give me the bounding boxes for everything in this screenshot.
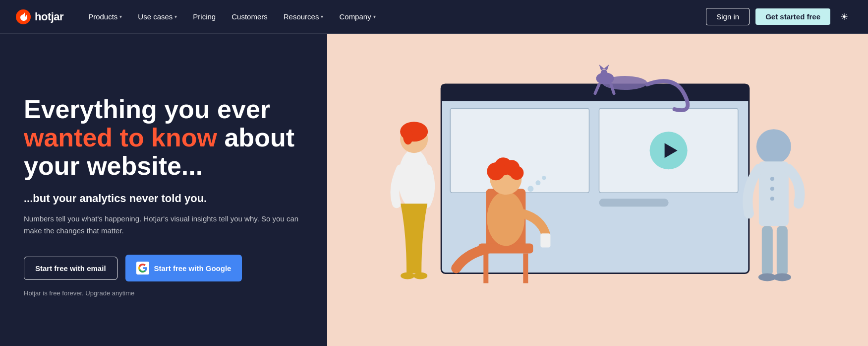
nav-item-customers[interactable]: Customers [225, 8, 275, 25]
google-g-icon [138, 264, 147, 273]
get-started-button[interactable]: Get started free [755, 8, 830, 25]
nav-item-pricing[interactable]: Pricing [186, 8, 223, 25]
hero-left: Everything you ever wanted to know about… [0, 34, 327, 346]
chevron-down-icon: ▾ [174, 14, 177, 19]
hero-heading: Everything you ever wanted to know about… [24, 95, 307, 181]
svg-point-37 [770, 197, 774, 201]
chevron-down-icon: ▾ [119, 14, 122, 19]
svg-point-43 [535, 180, 540, 185]
hero-accent-text: wanted to know [24, 123, 217, 152]
theme-toggle-button[interactable]: ☀ [836, 9, 852, 25]
svg-rect-34 [759, 161, 789, 226]
nav-item-resources[interactable]: Resources ▾ [277, 8, 331, 25]
svg-point-26 [487, 191, 524, 246]
svg-point-42 [527, 186, 533, 192]
hero-illustration [327, 34, 868, 346]
svg-point-35 [770, 177, 774, 181]
svg-point-19 [403, 129, 413, 144]
svg-rect-39 [777, 226, 788, 276]
hero-subheading: ...but your analytics never told you. [24, 192, 307, 205]
svg-point-31 [510, 166, 523, 180]
cta-buttons: Start free with email Start free with Go… [24, 255, 307, 281]
main-content: Everything you ever wanted to know about… [0, 34, 868, 346]
logo-link[interactable]: hotjar [16, 9, 63, 24]
nav-actions: Sign in Get started free ☀ [706, 8, 852, 25]
svg-point-33 [756, 129, 791, 164]
svg-rect-8 [599, 199, 669, 207]
navbar: hotjar Products ▾ Use cases ▾ Pricing Cu… [0, 0, 868, 34]
logo-text: hotjar [35, 10, 63, 23]
google-icon [136, 262, 149, 275]
svg-rect-32 [540, 233, 550, 247]
start-email-button[interactable]: Start free with email [24, 257, 117, 280]
start-google-button[interactable]: Start free with Google [125, 255, 242, 281]
nav-item-use-cases[interactable]: Use cases ▾ [131, 8, 184, 25]
chevron-down-icon: ▾ [373, 14, 376, 19]
svg-point-11 [601, 69, 608, 77]
free-note: Hotjar is free forever. Upgrade anytime [24, 289, 307, 297]
svg-point-36 [770, 187, 774, 191]
svg-rect-38 [762, 226, 773, 276]
svg-point-21 [413, 272, 427, 279]
chevron-down-icon: ▾ [321, 14, 323, 19]
hero-description: Numbers tell you what's happening. Hotja… [24, 213, 307, 237]
nav-item-company[interactable]: Company ▾ [332, 8, 382, 25]
nav-links: Products ▾ Use cases ▾ Pricing Customers… [81, 8, 706, 25]
svg-point-20 [401, 272, 414, 279]
illustration-svg [327, 34, 868, 346]
svg-rect-24 [483, 253, 488, 283]
svg-point-44 [542, 176, 546, 180]
svg-point-41 [773, 273, 791, 281]
signin-button[interactable]: Sign in [706, 8, 750, 25]
hotjar-logo-icon [16, 9, 31, 24]
nav-item-products[interactable]: Products ▾ [81, 8, 129, 25]
svg-rect-25 [523, 253, 528, 283]
